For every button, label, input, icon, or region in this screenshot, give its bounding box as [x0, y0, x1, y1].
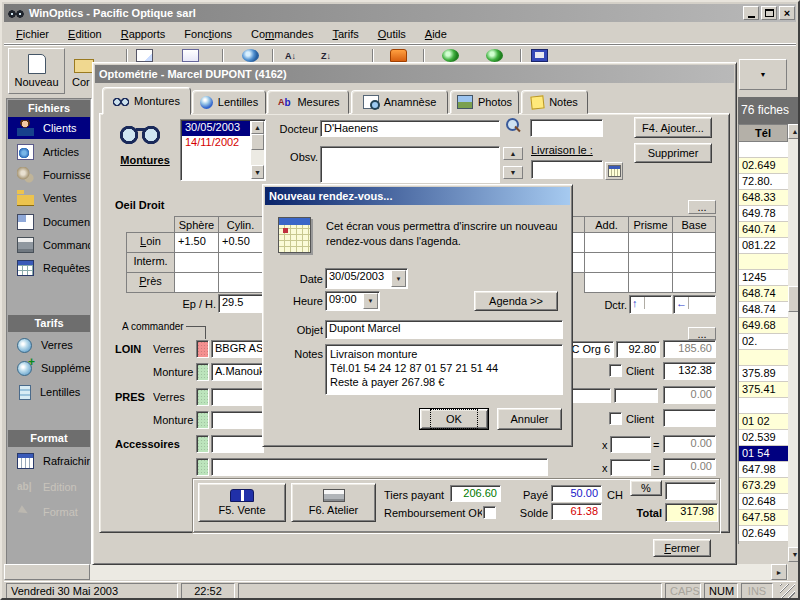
ok-label: OK [434, 413, 474, 425]
dialog-notes-text: Livraison montureTél.01 54 24 12 87 01 5… [326, 345, 562, 391]
heure-label: Heure [289, 295, 323, 307]
agenda-button[interactable]: Agenda >> [474, 291, 558, 311]
objet-label: Objet [292, 324, 323, 336]
notes-label: Notes [289, 348, 323, 360]
notes-field[interactable]: Livraison montureTél.01 54 24 12 87 01 5… [325, 344, 563, 395]
dialog-title-bar: Nouveau rendez-vous... [265, 187, 570, 205]
date-label: Date [295, 273, 323, 285]
notes-line: Reste à payer 267.98 € [330, 375, 558, 389]
heure-dropdown-button[interactable]: ▼ [363, 293, 378, 309]
dialog-title: Nouveau rendez-vous... [269, 190, 392, 202]
objet-field[interactable]: Dupont Marcel [325, 320, 563, 339]
chevron-down-icon: ▼ [368, 298, 374, 304]
calendar-icon [278, 217, 311, 253]
date-dropdown-button[interactable]: ▼ [391, 270, 406, 287]
dialog-message: Cet écran vous permettra d'inscrire un n… [326, 219, 564, 253]
chevron-down-icon: ▼ [396, 276, 402, 282]
ok-button-frame: OK [419, 408, 489, 430]
ok-button[interactable]: OK [420, 409, 488, 429]
app-window: WinOptics - Pacific Optique sarl × Fichi… [0, 0, 800, 600]
notes-line: Tél.01 54 24 12 87 01 57 21 51 44 [330, 361, 558, 375]
notes-line: Livraison monture [330, 347, 558, 361]
annuler-button[interactable]: Annuler [497, 408, 562, 430]
